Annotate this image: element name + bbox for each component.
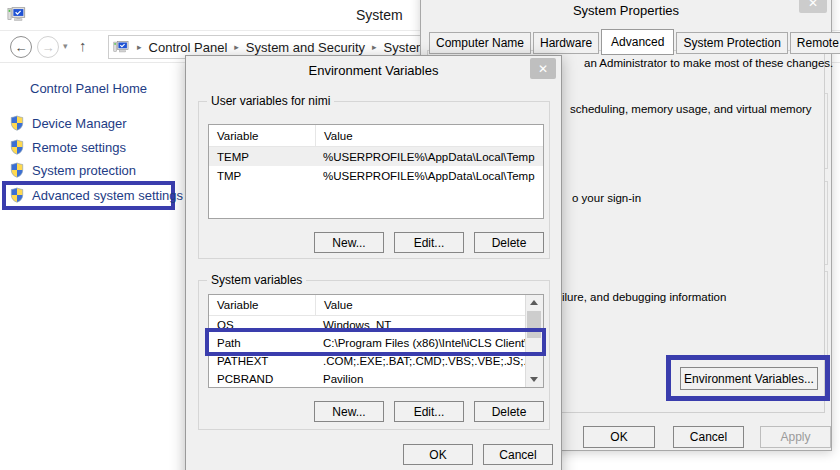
sidebar-item-label: Advanced system settings (32, 188, 183, 203)
apply-button[interactable]: Apply (760, 426, 831, 448)
triangle-down-icon (530, 377, 538, 382)
sidebar-item-label: System protection (32, 163, 136, 178)
close-button[interactable]: ✕ (799, 0, 827, 13)
system-new-button[interactable]: New... (314, 401, 384, 422)
annotation-box-path-row (205, 328, 546, 356)
tab-system-protection[interactable]: System Protection (676, 32, 787, 54)
ok-button[interactable]: OK (583, 426, 655, 448)
user-new-button[interactable]: New... (314, 232, 384, 253)
column-header-variable[interactable]: Variable (209, 125, 316, 146)
user-variables-table[interactable]: Variable Value TEMP %USERPROFILE%\AppDat… (208, 124, 544, 219)
scroll-up-button[interactable] (526, 295, 542, 310)
breadcrumb-system-and-security[interactable]: System and Security (246, 40, 365, 55)
cell-value: %USERPROFILE%\AppData\Local\Temp (315, 147, 543, 166)
admin-note-text: an Administrator to make most of these c… (584, 57, 833, 69)
recent-pages-dropdown[interactable]: ▾ (63, 41, 68, 51)
back-icon: ← (15, 41, 28, 54)
user-edit-button[interactable]: Edit... (394, 232, 464, 253)
cell-value: Pavilion (315, 370, 543, 388)
system-app-icon (7, 4, 27, 29)
up-button[interactable]: ↑ (79, 37, 87, 54)
cancel-button[interactable]: Cancel (673, 426, 744, 448)
window-title: System (356, 7, 403, 23)
tab-advanced[interactable]: Advanced (601, 29, 674, 55)
dialog-title: Environment Variables (186, 63, 561, 78)
back-button[interactable]: ← (10, 36, 32, 58)
sidebar-item-label: Remote settings (32, 140, 126, 155)
user-profiles-text: o your sign-in (572, 192, 641, 204)
column-header-variable[interactable]: Variable (209, 295, 316, 315)
close-icon: ✕ (808, 0, 818, 10)
sidebar-item-control-panel-home[interactable]: Control Panel Home (30, 81, 147, 96)
cell-variable: PCBRAND (209, 370, 315, 388)
close-button[interactable]: ✕ (530, 58, 556, 79)
performance-text: scheduling, memory usage, and virtual me… (570, 103, 812, 115)
table-row[interactable]: TMP %USERPROFILE%\AppData\Local\Temp (209, 166, 543, 185)
environment-variables-dialog: Environment Variables ✕ User variables f… (185, 55, 562, 470)
up-arrow-icon: ↑ (79, 37, 87, 54)
system-variables-group-label: System variables (207, 273, 306, 287)
table-header: Variable Value (209, 125, 543, 147)
table-header: Variable Value (209, 295, 543, 316)
triangle-up-icon (530, 300, 538, 305)
startup-recovery-text: ilure, and debugging information (562, 291, 726, 303)
dialog-title: System Properties (421, 3, 831, 18)
scroll-down-button[interactable] (526, 372, 542, 387)
forward-icon: → (42, 41, 55, 54)
ok-button[interactable]: OK (403, 444, 473, 465)
sidebar-item-advanced-system-settings[interactable]: Advanced system settings (10, 187, 183, 203)
user-delete-button[interactable]: Delete (474, 232, 544, 253)
table-row[interactable]: PCBRAND Pavilion (209, 370, 543, 388)
cancel-button[interactable]: Cancel (483, 444, 553, 465)
table-row[interactable]: TEMP %USERPROFILE%\AppData\Local\Temp (209, 147, 543, 166)
forward-button[interactable]: → (37, 36, 59, 58)
cell-value: %USERPROFILE%\AppData\Local\Temp (315, 166, 543, 185)
user-variables-group-label: User variables for nimi (207, 94, 334, 108)
column-header-value[interactable]: Value (316, 125, 543, 146)
sidebar-item-system-protection[interactable]: System protection (10, 162, 136, 178)
tab-strip: Computer Name Hardware Advanced System P… (429, 29, 840, 54)
annotation-box-environment-variables-button (666, 355, 830, 401)
sidebar-item-label: Device Manager (32, 116, 127, 131)
cell-variable: TMP (209, 166, 315, 185)
tab-hardware[interactable]: Hardware (533, 32, 599, 54)
breadcrumb-separator-icon: ▸ (137, 42, 142, 52)
breadcrumb-control-panel[interactable]: Control Panel (149, 40, 228, 55)
breadcrumb-separator-icon: ▸ (234, 42, 239, 52)
chevron-down-icon: ▾ (63, 41, 68, 51)
tab-computer-name[interactable]: Computer Name (429, 32, 531, 54)
breadcrumb-separator-icon: ▸ (372, 42, 377, 52)
uac-shield-icon (10, 187, 24, 203)
system-delete-button[interactable]: Delete (474, 401, 544, 422)
close-icon: ✕ (538, 62, 548, 76)
cell-variable: TEMP (209, 147, 315, 166)
uac-shield-icon (10, 115, 24, 131)
sidebar-item-remote-settings[interactable]: Remote settings (10, 139, 126, 155)
system-edit-button[interactable]: Edit... (394, 401, 464, 422)
tab-remote[interactable]: Remote (790, 32, 840, 54)
sidebar-item-device-manager[interactable]: Device Manager (10, 115, 127, 131)
system-icon (113, 39, 130, 56)
uac-shield-icon (10, 139, 24, 155)
column-header-value[interactable]: Value (316, 295, 543, 315)
uac-shield-icon (10, 162, 24, 178)
